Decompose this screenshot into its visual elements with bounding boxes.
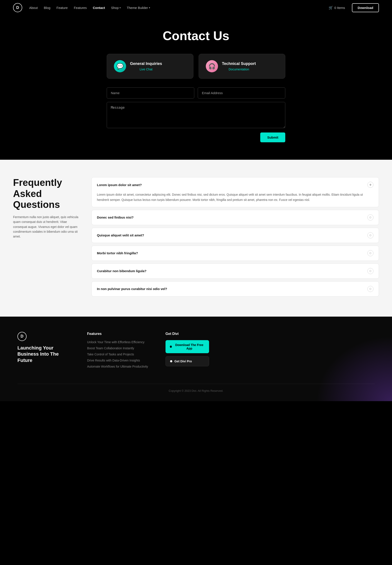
footer: D Launching Your Business Into The Futur…: [0, 317, 392, 401]
faq-item: Quisque aliquet velit sit amet? ○: [91, 228, 379, 243]
submit-button[interactable]: Submit: [260, 132, 285, 142]
list-item: Boost Team Collaboration Instantly: [87, 346, 148, 350]
download-dot-icon: [170, 346, 172, 348]
faq-toggle-icon[interactable]: ○: [367, 214, 374, 220]
faq-question: Quisque aliquet velit sit amet?: [97, 233, 144, 237]
faq-item: Lorem ipsum dolor sit amet? + Lorem ipsu…: [91, 177, 379, 207]
message-textarea[interactable]: [107, 102, 285, 128]
hero-section: Contact Us 💬 General Inquiries Live Chat…: [0, 15, 392, 160]
footer-link[interactable]: Drive Results with Data-Driven Insights: [87, 359, 140, 362]
faq-item-header[interactable]: Lorem ipsum dolor sit amet? +: [92, 177, 379, 192]
nav-links: About Blog Feature Features Contact Shop…: [29, 6, 322, 10]
footer-get-divi-title: Get Divi: [166, 332, 209, 336]
contact-cards: 💬 General Inquiries Live Chat 🎧 Technica…: [107, 54, 285, 79]
general-inquiries-info: General Inquiries Live Chat: [130, 61, 162, 71]
cart-icon: 🛒: [329, 6, 333, 10]
faq-toggle-icon[interactable]: ○: [367, 268, 374, 274]
nav-download-button[interactable]: Download: [352, 3, 379, 12]
faq-item-header[interactable]: Quisque aliquet velit sit amet? ○: [92, 228, 379, 243]
navbar: D About Blog Feature Features Contact Sh…: [0, 0, 392, 15]
nav-blog[interactable]: Blog: [44, 6, 50, 10]
live-chat-link[interactable]: Live Chat: [140, 68, 153, 71]
general-inquiries-icon: 💬: [114, 60, 126, 72]
footer-brand: D Launching Your Business Into The Futur…: [17, 332, 70, 364]
name-input[interactable]: [107, 87, 194, 99]
faq-toggle-icon[interactable]: +: [367, 182, 374, 188]
footer-features-col: Features Unlock Your Time with Effortles…: [87, 332, 148, 371]
nav-feature[interactable]: Feature: [56, 6, 68, 10]
faq-question: Donec sed finibus nisi?: [97, 216, 134, 219]
faq-question: Morbi tortor nibh fringilla?: [97, 251, 138, 255]
faq-left: Frequently Asked Questions Fermentum nul…: [13, 177, 78, 239]
faq-toggle-icon[interactable]: ○: [367, 286, 374, 292]
general-inquiries-title: General Inquiries: [130, 61, 162, 66]
footer-link[interactable]: Automate Workflows for Ultimate Producti…: [87, 365, 148, 368]
nav-shop[interactable]: Shop ▾: [111, 6, 121, 10]
form-row-name-email: [107, 87, 285, 99]
faq-toggle-icon[interactable]: ○: [367, 250, 374, 256]
copyright-text: Copyright © 2023 Divi. All Rights Reserv…: [169, 389, 224, 392]
list-item: Unlock Your Time with Effortless Efficie…: [87, 340, 148, 344]
logo: D: [13, 3, 22, 12]
faq-answer: Lorem ipsum dolor sit amet, consectetur …: [92, 192, 379, 207]
technical-support-title: Technical Support: [222, 61, 256, 66]
general-inquiries-card: 💬 General Inquiries Live Chat: [107, 54, 193, 79]
shop-arrow-icon: ▾: [120, 7, 121, 9]
page-title: Contact Us: [13, 28, 379, 43]
nav-theme-builder[interactable]: Theme Builder ▾: [127, 6, 150, 10]
footer-tagline: Launching Your Business Into The Future: [17, 345, 70, 364]
technical-support-info: Technical Support Documentation: [222, 61, 256, 71]
footer-logo: D: [17, 332, 27, 341]
nav-features[interactable]: Features: [74, 6, 87, 10]
email-input[interactable]: [198, 87, 285, 99]
footer-link[interactable]: Take Control of Tasks and Projects: [87, 353, 134, 356]
faq-item-header[interactable]: Donec sed finibus nisi? ○: [92, 210, 379, 225]
faq-question: In non pulvinar purus curabitur nisi odi…: [97, 287, 167, 291]
footer-link[interactable]: Unlock Your Time with Effortless Efficie…: [87, 340, 144, 344]
footer-top: D Launching Your Business Into The Futur…: [17, 332, 375, 371]
nav-contact[interactable]: Contact: [93, 6, 105, 10]
theme-builder-arrow-icon: ▾: [149, 7, 150, 9]
faq-item-header[interactable]: In non pulvinar purus curabitur nisi odi…: [92, 282, 379, 296]
download-free-app-button[interactable]: Download The Free App: [166, 340, 209, 353]
cart-area[interactable]: 🛒 0 Items: [329, 6, 345, 10]
cart-count: 0 Items: [334, 6, 345, 10]
nav-about[interactable]: About: [29, 6, 38, 10]
faq-item-header[interactable]: Curabitur non bibendum ligula? ○: [92, 264, 379, 278]
footer-features-title: Features: [87, 332, 148, 336]
faq-question: Lorem ipsum dolor sit amet?: [97, 183, 142, 187]
list-item: Drive Results with Data-Driven Insights: [87, 358, 148, 362]
contact-form: Submit: [107, 87, 285, 142]
faq-item: Curabitur non bibendum ligula? ○: [91, 263, 379, 279]
faq-toggle-icon[interactable]: ○: [367, 232, 374, 238]
submit-area: Submit: [107, 132, 285, 142]
footer-link[interactable]: Boost Team Collaboration Instantly: [87, 347, 134, 350]
faq-item: Donec sed finibus nisi? ○: [91, 210, 379, 225]
list-item: Take Control of Tasks and Projects: [87, 352, 148, 356]
faq-question: Curabitur non bibendum ligula?: [97, 269, 146, 273]
footer-features-list: Unlock Your Time with Effortless Efficie…: [87, 340, 148, 368]
list-item: Automate Workflows for Ultimate Producti…: [87, 364, 148, 368]
faq-section: Frequently Asked Questions Fermentum nul…: [0, 160, 392, 317]
faq-items-list: Lorem ipsum dolor sit amet? + Lorem ipsu…: [91, 177, 379, 299]
footer-get-divi-col: Get Divi Download The Free App Get Divi …: [166, 332, 209, 369]
faq-item: In non pulvinar purus curabitur nisi odi…: [91, 281, 379, 297]
technical-support-card: 🎧 Technical Support Documentation: [199, 54, 285, 79]
faq-item-header[interactable]: Morbi tortor nibh fringilla? ○: [92, 246, 379, 261]
divi-pro-dot-icon: [170, 360, 172, 362]
footer-bottom: Copyright © 2023 Divi. All Rights Reserv…: [17, 384, 375, 392]
technical-support-icon: 🎧: [206, 60, 218, 72]
faq-description: Fermentum nulla non justo aliquet, quis …: [13, 215, 78, 239]
faq-item: Morbi tortor nibh fringilla? ○: [91, 246, 379, 261]
faq-title: Frequently Asked Questions: [13, 177, 78, 210]
documentation-link[interactable]: Documentation: [229, 68, 249, 71]
get-divi-pro-button[interactable]: Get Divi Pro: [166, 356, 209, 366]
